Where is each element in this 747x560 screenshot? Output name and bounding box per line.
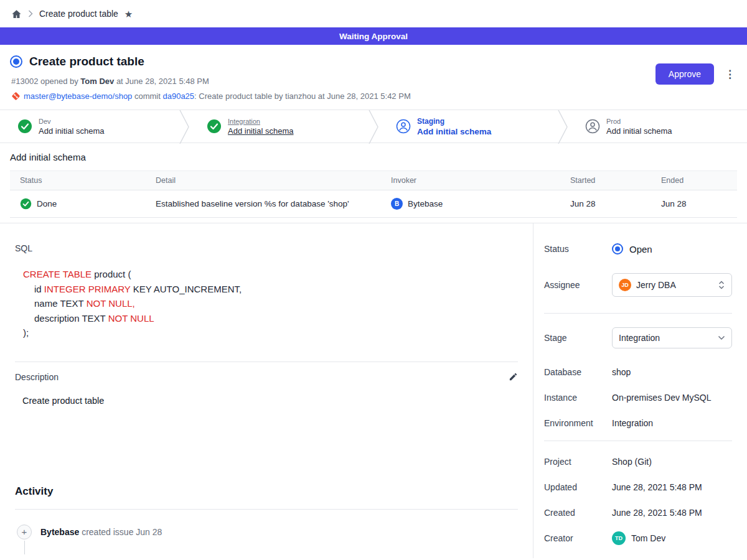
stage-separator-icon [558,110,568,144]
task-ended: Jun 28 [651,190,737,218]
creator-avatar: TD [612,531,626,545]
approval-banner-text: Waiting Approval [339,32,408,41]
database-value: shop [612,367,631,377]
favorite-star-icon[interactable]: ★ [125,9,133,19]
task-table-header-row: Status Detail Invoker Started Ended [10,171,737,190]
description-text: Create product table [22,396,518,406]
check-circle-icon [207,119,222,134]
sql-code-block: CREATE TABLE product ( id INTEGER PRIMAR… [23,267,518,340]
divider [15,362,518,362]
breadcrumb-chevron-icon [28,10,33,17]
assignee-value: Jerry DBA [636,280,713,290]
task-section: Add initial schema Status Detail Invoker… [0,143,747,218]
assignee-select[interactable]: JD Jerry DBA [612,273,732,297]
edit-description-icon[interactable] [509,372,518,381]
creator-value: TD Tom Dev [612,531,665,545]
column-header-invoker: Invoker [381,171,560,190]
description-label: Description [15,372,59,382]
sql-section-label: SQL [15,243,518,253]
updated-value: June 28, 2021 5:48 PM [612,482,702,492]
issue-author: Tom Dev [80,77,114,86]
activity-plus-icon: + [17,525,32,539]
stage-env-label: Integration [228,118,294,125]
issue-id: #13002 [11,77,38,86]
git-icon [11,91,21,101]
task-invoker: Bytebase [408,199,443,208]
activity-item: + Bytebase created issue Jun 28 [15,525,518,539]
check-circle-icon [17,119,32,134]
instance-value: On-premises Dev MySQL [612,393,711,403]
task-table: Status Detail Invoker Started Ended Done… [10,170,737,218]
issue-header-actions: Approve ⋮ [655,63,737,85]
activity-time: Jun 28 [136,527,162,537]
more-actions-icon[interactable]: ⋮ [723,68,737,81]
assignee-label: Assignee [544,280,612,290]
environment-label: Environment [544,418,612,428]
task-started: Jun 28 [560,190,651,218]
approval-banner: Waiting Approval [0,27,747,45]
status-label: Status [544,244,612,254]
pipeline-stage-staging[interactable]: StagingAdd initial schema [378,110,558,142]
divider [544,441,732,441]
stage-separator-icon [179,110,189,144]
person-circle-icon [585,119,600,134]
approve-button[interactable]: Approve [655,63,714,85]
issue-header: Create product table #13002 opened by To… [0,45,747,110]
divider [15,509,518,510]
status-value: Open [612,243,652,254]
stage-task-label: Add initial schema [417,127,491,136]
status-open-icon [612,243,623,254]
issue-title: Create product table [29,55,144,68]
stage-task-label: Add initial schema [228,126,294,136]
stage-env-label: Dev [39,118,105,125]
commit-message: : Create product table by tianzhou at Ju… [194,91,411,101]
issue-meta: #13002 opened by Tom Dev at June 28, 202… [11,77,411,86]
pipeline-bar: DevAdd initial schema IntegrationAdd ini… [0,110,747,143]
divider [544,313,732,314]
activity-action: created issue [79,527,136,537]
issue-open-status-icon [10,55,22,68]
issue-main-panel: SQL CREATE TABLE product ( id INTEGER PR… [0,223,533,558]
stage-select[interactable]: Integration [612,327,732,348]
creator-label: Creator [544,533,612,543]
person-circle-icon [396,119,411,134]
task-row[interactable]: Done Established baseline version %s for… [10,190,737,218]
stage-value: Integration [619,333,713,343]
updown-chevron-icon [718,280,725,290]
stage-env-label: Staging [417,117,491,126]
stage-task-label: Add initial schema [606,126,672,136]
instance-label: Instance [544,393,612,403]
created-value: June 28, 2021 5:48 PM [612,508,702,518]
activity-actor: Bytebase [40,527,79,537]
project-value: Shop (Git) [612,457,652,467]
activity-timeline [24,541,25,554]
pipeline-stage-integration[interactable]: IntegrationAdd initial schema [189,110,369,142]
assignee-avatar: JD [619,279,631,291]
issue-body: SQL CREATE TABLE product ( id INTEGER PR… [0,223,747,558]
pipeline-stage-dev[interactable]: DevAdd initial schema [0,110,179,142]
commit-hash-link[interactable]: da90a25 [162,91,194,101]
environment-value: Integration [612,418,653,428]
column-header-started: Started [560,171,651,190]
database-label: Database [544,367,612,377]
issue-sidebar: Status Open Assignee JD Jerry DBA Stage … [533,223,747,558]
column-header-ended: Ended [651,171,737,190]
pipeline-stage-prod[interactable]: ProdAdd initial schema [568,110,747,142]
check-circle-icon [20,198,32,210]
created-label: Created [544,508,612,518]
breadcrumb-page-title[interactable]: Create product table [39,9,118,19]
task-status: Done [37,199,57,208]
task-detail: Established baseline version %s for data… [146,190,381,218]
updated-label: Updated [544,482,612,492]
home-icon[interactable] [11,9,22,19]
stage-task-label: Add initial schema [39,126,105,136]
breadcrumb: Create product table ★ [0,0,747,27]
commit-branch-link[interactable]: master@bytebase-demo/shop [24,91,132,101]
column-header-detail: Detail [146,171,381,190]
activity-heading: Activity [15,485,518,498]
issue-header-left: Create product table #13002 opened by To… [10,55,411,101]
stage-separator-icon [369,110,378,144]
column-header-status: Status [10,171,146,190]
chevron-down-icon [718,335,725,340]
issue-commit-line: master@bytebase-demo/shop commit da90a25… [11,91,411,101]
